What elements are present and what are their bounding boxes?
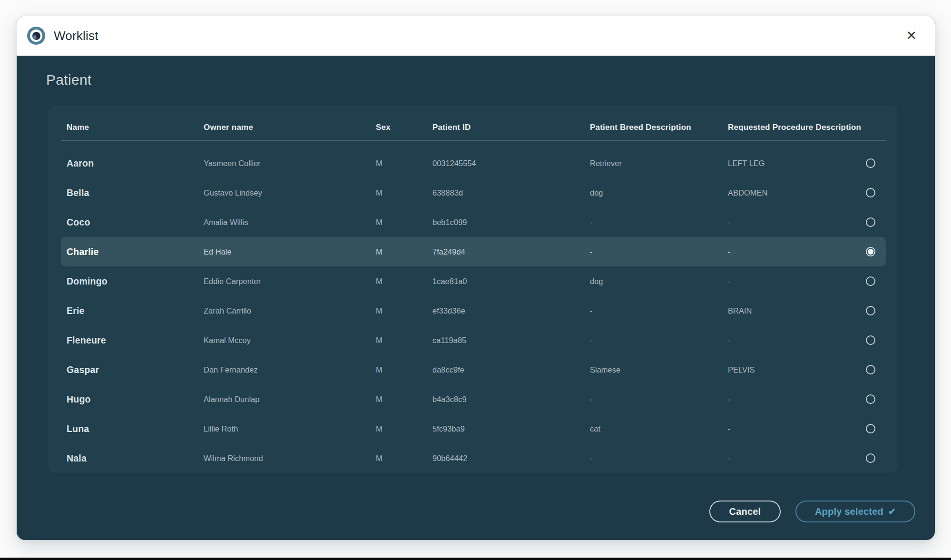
patient-id-cell: 0031245554 xyxy=(432,159,590,168)
patient-id-cell: da8cc9fe xyxy=(432,365,590,374)
name-cell: Nala xyxy=(67,453,204,464)
procedure-cell: ABDOMEN xyxy=(728,188,863,197)
sex-cell: M xyxy=(376,424,432,433)
column-header-owner: Owner name xyxy=(204,123,376,132)
sex-cell: M xyxy=(376,247,432,256)
table-row[interactable]: GasparDan FernandezMda8cc9feSiamesePELVI… xyxy=(61,355,886,384)
radio-cell xyxy=(863,158,879,168)
apply-selected-button[interactable]: Apply selected ✔ xyxy=(795,501,915,522)
sex-cell: M xyxy=(376,336,432,345)
sex-cell: M xyxy=(376,188,432,197)
dialog-titlebar: Worklist ✕ xyxy=(17,16,935,56)
patient-id-cell: b4a3c8c9 xyxy=(432,395,590,404)
procedure-cell: - xyxy=(728,336,863,345)
procedure-cell: PELVIS xyxy=(728,365,863,374)
close-icon[interactable]: ✕ xyxy=(903,28,920,44)
procedure-cell: - xyxy=(728,454,863,463)
procedure-cell: - xyxy=(728,247,863,256)
column-header-sex: Sex xyxy=(376,123,432,132)
worklist-dialog: Worklist ✕ Patient Name Owner name Sex P… xyxy=(17,16,935,540)
owner-cell: Eddie Carpenter xyxy=(204,277,376,286)
owner-cell: Lillie Roth xyxy=(204,424,376,433)
row-radio[interactable] xyxy=(866,306,875,315)
radio-cell xyxy=(863,188,879,197)
name-cell: Luna xyxy=(67,423,204,434)
name-cell: Erie xyxy=(67,305,204,316)
radio-cell xyxy=(863,424,879,433)
table-row[interactable]: AaronYasmeen CollierM0031245554Retriever… xyxy=(61,148,886,178)
procedure-cell: - xyxy=(728,395,863,404)
breed-cell: - xyxy=(590,306,728,315)
table-row[interactable]: BellaGustavo LindseyM638883ddogABDOMEN xyxy=(61,178,886,207)
breed-cell: - xyxy=(590,218,728,227)
table-row[interactable]: CocoAmalia WillisMbeb1c099-- xyxy=(61,207,886,237)
sex-cell: M xyxy=(376,395,432,404)
procedure-cell: LEFT LEG xyxy=(728,159,863,168)
cancel-button[interactable]: Cancel xyxy=(709,501,781,522)
breed-cell: - xyxy=(590,336,728,345)
table-row[interactable]: DomingoEddie CarpenterM1cae81a0dog- xyxy=(61,266,886,296)
name-cell: Aaron xyxy=(67,158,204,169)
dialog-body: Patient Name Owner name Sex Patient ID P… xyxy=(17,56,935,540)
row-radio[interactable] xyxy=(866,217,875,227)
patient-id-cell: 5fc93ba9 xyxy=(432,424,590,433)
owner-cell: Ed Hale xyxy=(204,247,376,256)
table-body: AaronYasmeen CollierM0031245554Retriever… xyxy=(61,148,886,473)
check-icon: ✔ xyxy=(888,506,896,517)
procedure-cell: - xyxy=(728,424,863,433)
name-cell: Hugo xyxy=(67,394,204,405)
table-row[interactable]: LunaLillie RothM5fc93ba9cat- xyxy=(61,414,886,443)
table-row[interactable]: NalaWilma RichmondM90b64442-- xyxy=(61,443,886,473)
table-row[interactable]: ErieZarah CarrilloMef33d36e-BRAIN xyxy=(61,296,886,325)
table-row[interactable]: HugoAlannah DunlapMb4a3c8c9-- xyxy=(61,384,886,414)
page-background: Worklist ✕ Patient Name Owner name Sex P… xyxy=(0,0,951,560)
patient-id-cell: 1cae81a0 xyxy=(432,277,590,286)
owner-cell: Dan Fernandez xyxy=(204,365,376,374)
name-cell: Charlie xyxy=(67,246,204,257)
row-radio[interactable] xyxy=(866,188,875,197)
column-header-procedure: Requested Procedure Description xyxy=(728,123,863,132)
patient-id-cell: 90b64442 xyxy=(432,454,590,463)
row-radio[interactable] xyxy=(866,335,875,345)
breed-cell: cat xyxy=(590,424,728,433)
sex-cell: M xyxy=(376,218,432,227)
patient-id-cell: ef33d36e xyxy=(432,306,590,315)
owner-cell: Zarah Carrillo xyxy=(204,306,376,315)
section-title-patient: Patient xyxy=(46,72,916,88)
column-header-breed: Patient Breed Description xyxy=(590,123,728,132)
table-row[interactable]: CharlieEd HaleM7fa249d4-- xyxy=(61,237,886,266)
name-cell: Fleneure xyxy=(67,335,204,346)
row-radio[interactable] xyxy=(866,394,875,404)
procedure-cell: - xyxy=(728,277,863,286)
procedure-cell: - xyxy=(728,218,863,227)
radio-cell xyxy=(863,217,879,227)
owner-cell: Amalia Willis xyxy=(204,218,376,227)
breed-cell: - xyxy=(590,395,728,404)
patient-id-cell: 638883d xyxy=(432,188,590,197)
sex-cell: M xyxy=(376,306,432,315)
row-radio[interactable] xyxy=(866,453,875,463)
procedure-cell: BRAIN xyxy=(728,306,863,315)
column-header-patient-id: Patient ID xyxy=(432,123,590,132)
patient-id-cell: 7fa249d4 xyxy=(432,247,590,256)
row-radio[interactable] xyxy=(866,158,875,168)
sex-cell: M xyxy=(376,277,432,286)
radio-cell xyxy=(863,453,879,463)
radio-cell xyxy=(863,306,879,315)
row-radio[interactable] xyxy=(866,276,875,286)
breed-cell: dog xyxy=(590,277,728,286)
apply-selected-label: Apply selected xyxy=(815,506,883,517)
screen-bottom-edge xyxy=(0,558,951,560)
sex-cell: M xyxy=(376,454,432,463)
row-radio[interactable] xyxy=(866,365,875,374)
dialog-footer: Cancel Apply selected ✔ xyxy=(17,501,915,522)
breed-cell: dog xyxy=(590,188,728,197)
row-radio-selected[interactable] xyxy=(866,247,875,256)
owner-cell: Gustavo Lindsey xyxy=(204,188,376,197)
name-cell: Gaspar xyxy=(67,364,204,375)
name-cell: Coco xyxy=(67,217,204,228)
radio-cell xyxy=(863,394,879,404)
table-row[interactable]: FleneureKamal MccoyMca119a85-- xyxy=(61,325,886,355)
sex-cell: M xyxy=(376,159,432,168)
row-radio[interactable] xyxy=(866,424,875,433)
